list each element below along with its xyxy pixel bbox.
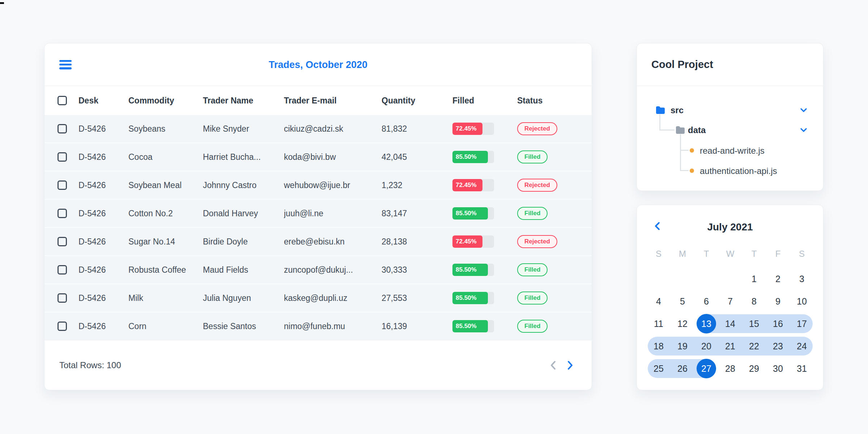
status-badge: Filled	[517, 150, 548, 163]
chevron-down-icon[interactable]	[800, 128, 807, 132]
trader-email-cell: cikiuz@cadzi.sk	[284, 124, 382, 134]
status-cell: Filled	[517, 292, 592, 305]
calendar-day[interactable]: 27	[694, 357, 718, 380]
calendar-day[interactable]: 31	[790, 357, 814, 380]
calendar-grid: 1234567891011121314151617181920212223242…	[647, 268, 814, 380]
calendar-day[interactable]: 18	[647, 335, 671, 357]
filled-cell: 85.50%	[452, 264, 517, 276]
row-checkbox[interactable]	[58, 293, 67, 303]
desk-cell: D-5426	[78, 293, 128, 303]
row-checkbox-cell	[44, 124, 78, 133]
calendar-day[interactable]: 25	[647, 357, 671, 380]
calendar-day[interactable]: 17	[790, 312, 814, 335]
calendar-day[interactable]: 29	[742, 357, 766, 380]
calendar-week-row: 45678910	[647, 290, 814, 312]
day-number: 26	[677, 363, 688, 374]
trader-name-cell: Bessie Santos	[203, 322, 284, 331]
day-number: 15	[749, 319, 759, 329]
calendar-day[interactable]: 14	[718, 312, 742, 335]
calendar-day[interactable]: 8	[742, 290, 766, 312]
day-number: 16	[773, 319, 783, 329]
row-checkbox[interactable]	[58, 152, 67, 162]
table-row: D-5426MilkJulia Nguyenkaskeg@dupli.uz27,…	[44, 284, 592, 312]
calendar-day[interactable]: 19	[671, 335, 694, 357]
row-checkbox[interactable]	[58, 265, 67, 275]
status-cell: Filled	[517, 263, 592, 276]
calendar-day[interactable]: 13	[694, 312, 718, 335]
status-cell: Rejected	[517, 235, 592, 248]
calendar-day-empty	[694, 268, 718, 290]
trades-table-body: D-5426SoybeansMike Snydercikiuz@cadzi.sk…	[44, 115, 592, 341]
row-checkbox[interactable]	[58, 209, 67, 218]
select-all-checkbox[interactable]	[58, 96, 67, 105]
calendar-day-header: M	[671, 248, 694, 260]
commodity-cell: Sugar No.14	[128, 237, 203, 247]
trader-name-cell: Birdie Doyle	[203, 237, 284, 247]
desk-cell: D-5426	[78, 152, 128, 162]
day-number: 3	[799, 274, 804, 284]
calendar-day-header: F	[766, 248, 790, 260]
calendar-day[interactable]: 23	[766, 335, 790, 357]
trader-email-cell: wehubow@ijue.br	[284, 180, 382, 190]
file-dot-icon	[690, 169, 694, 173]
row-checkbox[interactable]	[58, 124, 67, 133]
calendar-day[interactable]: 9	[766, 290, 790, 312]
quantity-cell: 1,232	[382, 180, 452, 190]
day-number: 14	[725, 319, 735, 329]
calendar-week-row: 18192021222324	[647, 335, 814, 357]
calendar-day[interactable]: 11	[647, 312, 671, 335]
filled-cell: 72.45%	[452, 123, 517, 135]
trader-email-cell: koda@bivi.bw	[284, 152, 382, 162]
header-checkbox-cell	[44, 96, 78, 105]
calendar-day[interactable]: 15	[742, 312, 766, 335]
chevron-down-icon[interactable]	[800, 108, 807, 112]
day-number: 7	[728, 296, 733, 307]
tree-item-data[interactable]: data	[688, 125, 706, 135]
row-checkbox-cell	[44, 180, 78, 190]
prev-page-button[interactable]	[550, 361, 556, 370]
calendar-day[interactable]: 10	[790, 290, 814, 312]
trader-email-cell: kaskeg@dupli.uz	[284, 293, 382, 303]
day-number: 20	[701, 341, 711, 352]
calendar-day[interactable]: 26	[671, 357, 694, 380]
tree-item-src[interactable]: src	[671, 105, 684, 115]
column-header-status: Status	[517, 96, 592, 106]
calendar-day[interactable]: 7	[718, 290, 742, 312]
quantity-cell: 28,138	[382, 237, 452, 247]
table-row: D-5426Cotton No.2Donald Harveyjuuh@li.ne…	[44, 200, 592, 228]
calendar-day[interactable]: 1	[742, 268, 766, 290]
trader-name-cell: Mike Snyder	[203, 124, 284, 134]
calendar-day[interactable]: 6	[694, 290, 718, 312]
calendar-day[interactable]: 3	[790, 268, 814, 290]
calendar-day[interactable]: 21	[718, 335, 742, 357]
next-page-button[interactable]	[567, 361, 574, 370]
calendar-day[interactable]: 12	[671, 312, 694, 335]
calendar-day[interactable]: 16	[766, 312, 790, 335]
day-number: 12	[677, 319, 688, 329]
desk-cell: D-5426	[78, 322, 128, 331]
row-checkbox[interactable]	[58, 322, 67, 331]
row-checkbox[interactable]	[58, 180, 67, 190]
calendar-day[interactable]: 2	[766, 268, 790, 290]
quantity-cell: 16,139	[382, 322, 452, 331]
folder-icon-src[interactable]	[656, 106, 665, 114]
row-checkbox[interactable]	[58, 237, 67, 246]
day-number: 21	[725, 341, 735, 352]
tree-item-read-and-write[interactable]: read-and-write.js	[700, 146, 765, 156]
tree-item-authentication-api[interactable]: authentication-api.js	[700, 166, 777, 176]
progress-fill: 85.50%	[452, 264, 488, 276]
filled-cell: 85.50%	[452, 292, 517, 304]
folder-icon-data[interactable]	[676, 126, 685, 134]
tree-connector	[680, 134, 681, 171]
calendar-day[interactable]: 28	[718, 357, 742, 380]
calendar-day-header: T	[742, 248, 766, 260]
calendar-day[interactable]: 24	[790, 335, 814, 357]
calendar-day[interactable]: 30	[766, 357, 790, 380]
calendar-day[interactable]: 20	[694, 335, 718, 357]
calendar-day[interactable]: 4	[647, 290, 671, 312]
calendar-day[interactable]: 5	[671, 290, 694, 312]
day-number: 30	[773, 363, 783, 374]
calendar-day[interactable]: 22	[742, 335, 766, 357]
row-checkbox-cell	[44, 209, 78, 218]
table-header-row: Desk Commodity Trader Name Trader E-mail…	[44, 86, 592, 115]
